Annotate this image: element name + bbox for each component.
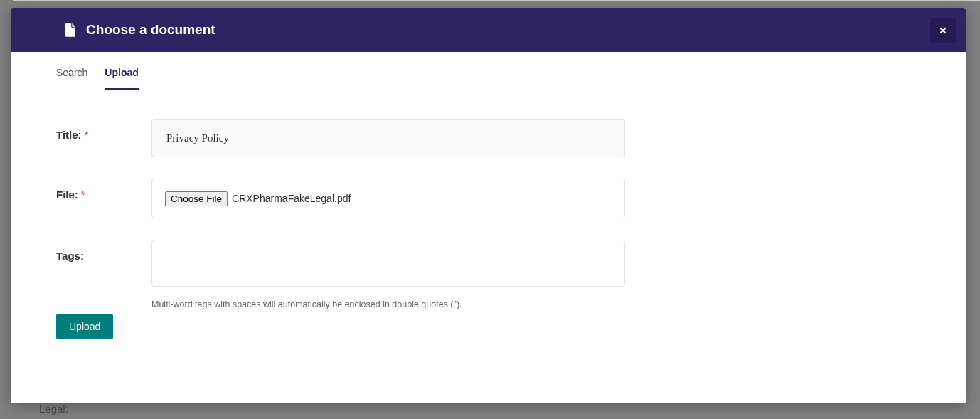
row-file: File:* Choose File CRXPharmaFakeLegal.pd…	[56, 179, 920, 218]
required-marker: *	[81, 189, 85, 201]
document-icon	[65, 23, 75, 36]
label-file: File:*	[56, 179, 151, 201]
tags-help-text: Multi-word tags with spaces will automat…	[151, 299, 625, 309]
file-input-wrapper[interactable]: Choose File CRXPharmaFakeLegal.pdf	[151, 179, 625, 218]
required-marker: *	[85, 129, 89, 141]
background-label-legal: Legal:	[39, 403, 68, 415]
tabs: Search Upload	[11, 52, 966, 90]
close-icon	[939, 25, 947, 37]
selected-file-name: CRXPharmaFakeLegal.pdf	[232, 193, 351, 204]
title-input[interactable]	[151, 119, 625, 157]
label-title: Title:*	[56, 119, 151, 141]
upload-button[interactable]: Upload	[56, 314, 113, 339]
page-backdrop: Legal: Choose a document Search Upload T…	[0, 0, 980, 419]
modal-title: Choose a document	[86, 22, 215, 38]
choose-document-modal: Choose a document Search Upload Title:*	[11, 8, 966, 403]
tab-search[interactable]: Search	[56, 55, 87, 90]
choose-file-button[interactable]: Choose File	[165, 191, 228, 206]
close-button[interactable]	[930, 18, 956, 43]
row-tags: Tags: Multi-word tags with spaces will a…	[56, 240, 920, 309]
label-tags: Tags:	[56, 240, 151, 262]
submit-row: Upload	[56, 314, 920, 339]
tags-input[interactable]	[151, 240, 625, 287]
modal-header: Choose a document	[11, 8, 966, 52]
tab-upload[interactable]: Upload	[105, 55, 138, 90]
row-title: Title:*	[56, 119, 920, 157]
upload-form: Title:* File:* Choose File CRXPharmaFake…	[11, 90, 966, 361]
